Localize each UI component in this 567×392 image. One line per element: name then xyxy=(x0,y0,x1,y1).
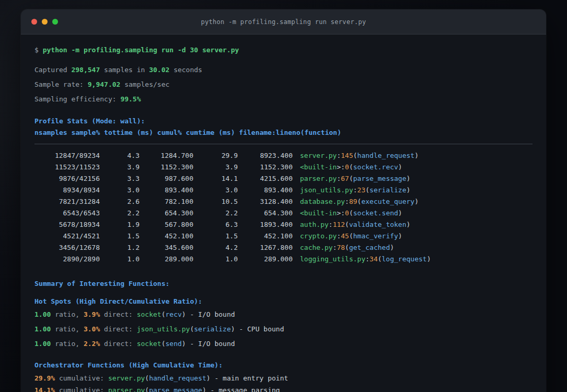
text-segment: ) xyxy=(407,221,411,228)
cell-cumul-pct: 29.9 xyxy=(193,150,238,162)
cell-cumul-pct: 3.0 xyxy=(193,185,238,196)
text-segment: send xyxy=(166,340,182,348)
table-row: 6543/65432.2654.3002.2654.300<built-in>:… xyxy=(34,207,533,219)
table-row: 11523/115233.91152.3003.91152.300<built-… xyxy=(34,162,533,173)
text-segment: ( xyxy=(145,374,149,382)
terminal-output[interactable]: $ python -m profiling.sampling run -d 30… xyxy=(21,34,546,392)
cell-cumtime-ms: 1893.400 xyxy=(238,219,293,230)
cell-function: parser.py:67(parse_message) xyxy=(300,173,410,185)
cell-cumtime-ms: 3128.400 xyxy=(238,196,293,207)
text-segment: >: xyxy=(337,209,345,217)
cell-tottime-ms: 567.800 xyxy=(140,219,193,230)
cell-function: crypto.py:45(hmac_verify) xyxy=(300,230,402,242)
cell-nsamples: 7821/31284 xyxy=(34,196,100,207)
shell-prompt: $ xyxy=(34,46,43,54)
text-segment: direct: xyxy=(100,340,136,348)
text-segment: parse_message xyxy=(353,175,407,182)
cell-sample-pct: 2.2 xyxy=(100,207,140,219)
cell-cumul-pct: 1.5 xyxy=(193,230,238,242)
stat-line-sample-rate: Sample rate: 9,947.02 samples/sec xyxy=(34,79,533,90)
text-segment: 1.00 xyxy=(34,340,51,348)
cell-nsamples: 3456/12678 xyxy=(34,242,100,253)
table-row: 3456/126781.2345.6004.21267.800cache.py:… xyxy=(34,242,533,253)
table-row: 7821/312842.6782.10010.53128.400database… xyxy=(34,196,533,207)
cell-tottime-ms: 782.100 xyxy=(140,196,193,207)
text-segment: ( xyxy=(345,244,349,251)
cell-cumtime-ms: 893.400 xyxy=(238,185,293,196)
text-segment: >: xyxy=(337,163,345,171)
cell-cumul-pct: 1.0 xyxy=(193,253,238,265)
cell-function: json_utils.py:23(serialize) xyxy=(300,185,410,196)
text-segment: nsamples sample% tottime (ms) cumul% cum… xyxy=(34,129,341,136)
cell-nsamples: 4521/4521 xyxy=(34,230,100,242)
table-row: 2890/28901.0289.0001.0289.000logging_uti… xyxy=(34,253,533,265)
text-segment: seconds xyxy=(169,66,202,74)
text-segment: auth.py xyxy=(300,221,329,228)
cell-function: logging_utils.py:34(log_request) xyxy=(300,253,431,265)
text-segment: : xyxy=(365,255,369,263)
close-button[interactable] xyxy=(31,19,37,25)
text-segment: - message parsing xyxy=(206,386,280,392)
cell-tottime-ms: 345.600 xyxy=(140,242,193,253)
text-segment: ) xyxy=(407,186,411,194)
hot-spot-line: 1.00 ratio, 3.0% direct: json_utils.py(s… xyxy=(34,324,533,335)
text-segment: serialize xyxy=(194,325,230,333)
text-segment: parser.py xyxy=(300,175,337,182)
text-segment: Captured xyxy=(34,66,71,74)
text-segment: json_utils.py xyxy=(137,325,190,333)
cell-tottime-ms: 1152.300 xyxy=(140,162,193,173)
minimize-button[interactable] xyxy=(42,19,48,25)
desktop-background: { "theme": { "bg_page_light": "#181b21",… xyxy=(0,0,567,392)
cell-nsamples: 5678/18934 xyxy=(34,219,100,230)
window-title: python -m profiling.sampling run server.… xyxy=(201,18,366,26)
cell-cumtime-ms: 4215.600 xyxy=(238,173,293,185)
table-row: 5678/189341.9567.8006.31893.400auth.py:1… xyxy=(34,219,533,230)
text-segment: ) xyxy=(414,152,419,159)
cell-sample-pct: 1.0 xyxy=(100,253,140,265)
table-header: nsamples sample% tottime (ms) cumul% cum… xyxy=(34,127,533,139)
maximize-button[interactable] xyxy=(52,19,58,25)
section-header-orchestrator: Orchestrator Functions (High Cumulative … xyxy=(34,360,533,371)
text-segment: ) xyxy=(182,310,186,318)
text-segment: ) xyxy=(398,209,402,217)
text-segment: crypto.py xyxy=(300,232,337,240)
cell-cumul-pct: 4.2 xyxy=(193,242,238,253)
table-row: 9876/421563.3987.60014.14215.600parser.p… xyxy=(34,173,533,185)
text-segment: cumulative: xyxy=(55,386,108,392)
text-segment: server.py xyxy=(108,374,145,382)
cell-sample-pct: 3.3 xyxy=(100,173,140,185)
text-segment: Profile Stats (Mode: wall): xyxy=(34,117,145,125)
text-segment: ( xyxy=(345,221,349,228)
text-segment: 34 xyxy=(369,255,378,263)
table-row: 12847/892344.31284.70029.98923.400server… xyxy=(34,150,533,162)
text-segment: - main entry point xyxy=(211,374,288,382)
stat-line-captured: Captured 298,547 samples in 30.02 second… xyxy=(34,64,533,76)
cell-sample-pct: 2.6 xyxy=(100,196,140,207)
text-segment: ( xyxy=(349,209,353,217)
section-header-summary: Summary of Interesting Functions: xyxy=(34,278,533,290)
text-segment: logging_utils.py xyxy=(300,255,365,263)
terminal-window: python -m profiling.sampling run server.… xyxy=(21,9,546,392)
text-segment: ( xyxy=(349,232,353,240)
text-segment: 298,547 xyxy=(71,66,100,74)
stat-line-efficiency: Sampling efficiency: 99.5% xyxy=(34,94,533,105)
text-segment: ratio, xyxy=(51,325,84,333)
cell-function: auth.py:112(validate_token) xyxy=(300,219,410,230)
cell-cumul-pct: 14.1 xyxy=(193,173,238,185)
cell-nsamples: 9876/42156 xyxy=(34,173,100,185)
text-segment: ) xyxy=(231,325,235,333)
table-divider xyxy=(34,144,533,144)
table-row: 4521/45211.5452.1001.5452.100crypto.py:4… xyxy=(34,230,533,242)
text-segment: Orchestrator Functions (High Cumulative … xyxy=(34,361,223,369)
cell-sample-pct: 3.0 xyxy=(100,185,140,196)
window-titlebar[interactable]: python -m profiling.sampling run server.… xyxy=(21,9,546,34)
cell-nsamples: 11523/11523 xyxy=(34,162,100,173)
text-segment: get_cached xyxy=(349,244,390,251)
text-segment: ( xyxy=(161,340,166,348)
command-line: $ python -m profiling.sampling run -d 30… xyxy=(34,44,533,56)
cell-sample-pct: 1.5 xyxy=(100,230,140,242)
text-segment: 145 xyxy=(341,152,353,159)
text-segment: : xyxy=(345,198,349,205)
text-segment: samples in xyxy=(100,66,149,74)
cell-cumtime-ms: 8923.400 xyxy=(238,150,293,162)
